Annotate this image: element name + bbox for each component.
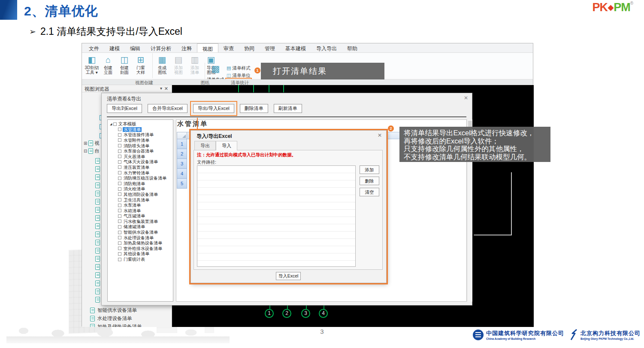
list-action-button[interactable]: 添加 <box>360 165 379 174</box>
list-action-button[interactable]: 清空 <box>360 188 379 196</box>
checkbox[interactable] <box>118 236 121 239</box>
tree-item[interactable]: 水管连接件清单 <box>108 132 173 138</box>
ribbon-tab[interactable]: 协同 <box>239 43 260 52</box>
tree-item[interactable]: 智能供水设备清单 <box>108 229 173 235</box>
checkbox[interactable] <box>118 182 121 185</box>
tree-item[interactable]: 消防增压稳压设备清单 <box>108 175 173 181</box>
ribbon-tab[interactable]: 注释 <box>176 43 197 52</box>
dialog-tab[interactable]: 导入 <box>216 141 237 150</box>
list-action-button[interactable]: 删除 <box>360 177 379 185</box>
row-number-cell[interactable]: 4 <box>177 169 187 179</box>
tree-item[interactable]: 其他消防设备清单 <box>108 192 173 197</box>
tree-item[interactable]: 气体灭火设备清单 <box>108 159 173 165</box>
row-number-cell[interactable]: 3 <box>177 159 187 169</box>
tree-item[interactable]: 消防炮清单 <box>108 181 173 186</box>
expander-icon[interactable]: ◢ <box>110 122 112 126</box>
ribbon-tab[interactable]: 基本建模 <box>280 43 311 52</box>
toolbar-button[interactable]: ◧ 3D剖切 工具 ▾ <box>84 53 100 78</box>
ribbon-tab[interactable]: 建模 <box>104 43 125 52</box>
checkbox[interactable] <box>118 231 121 234</box>
tree-item[interactable]: 其他设备清单 <box>108 251 173 257</box>
tree-item[interactable]: 储液罐清单 <box>108 224 173 230</box>
close-icon[interactable]: ✕ <box>164 86 168 92</box>
checkbox[interactable] <box>118 138 121 142</box>
ribbon-tab[interactable]: 审查 <box>218 43 239 52</box>
close-icon[interactable]: ✕ <box>378 132 382 138</box>
checkbox[interactable] <box>118 133 121 137</box>
expand-icon[interactable]: ⊞ <box>84 141 87 146</box>
file-path-list[interactable] <box>197 165 356 267</box>
toolbar-button[interactable]: ▦ 生成 图纸 <box>152 53 170 78</box>
ribbon-tab[interactable]: 视图 <box>197 43 218 52</box>
tree-item[interactable]: 水泵接合器清单 <box>108 148 173 154</box>
checkbox[interactable] <box>118 144 121 147</box>
dialog-button[interactable]: 导出/导入Excel <box>193 104 234 113</box>
row-number-cell[interactable]: 1 <box>177 139 187 149</box>
tree-item[interactable]: 水处理设备清单 <box>108 235 173 241</box>
tree-item[interactable]: 消防喷头清单 <box>108 143 173 149</box>
view-browser-item[interactable]: 智能供水设备清单 <box>90 306 172 314</box>
checkbox[interactable] <box>118 204 121 207</box>
toolbar-button[interactable]: ◫ 创建 剖面 <box>116 53 133 78</box>
checkbox[interactable] <box>118 252 121 256</box>
dialog-button[interactable]: 刷新清单 <box>274 104 302 113</box>
tree-item[interactable]: 污水收集装置清单 <box>108 219 173 224</box>
dialog-button[interactable]: 导出到Excel <box>107 104 142 113</box>
checkbox[interactable] <box>113 122 117 126</box>
tree-item[interactable]: 加热及储热设备清单 <box>108 240 173 246</box>
import-excel-button[interactable]: 导入Excel <box>276 272 301 280</box>
checkbox[interactable] <box>118 214 121 218</box>
tree-item[interactable]: 灭火器清单 <box>108 154 173 159</box>
dialog-button[interactable]: 删除清单 <box>240 104 268 113</box>
tree-item[interactable]: 水力警铃清单 <box>108 170 173 176</box>
checkbox[interactable] <box>118 165 121 169</box>
checkbox[interactable] <box>118 225 121 229</box>
tree-item[interactable]: 气压罐清单 <box>108 214 173 219</box>
checkbox[interactable] <box>118 187 121 191</box>
tree-item[interactable]: 门窗统计表 <box>108 256 173 262</box>
toolbar-button[interactable]: ⌂ 创建 立面 <box>100 53 116 78</box>
checkbox[interactable] <box>118 128 121 131</box>
toolbar-button[interactable]: ⊞ 门窗 大样 <box>133 53 149 78</box>
toolbar-small-button[interactable]: ▤ 清单样式 <box>227 64 251 72</box>
checkbox[interactable] <box>118 220 121 223</box>
ribbon-tab[interactable]: 计算分析 <box>145 43 176 52</box>
collapse-icon[interactable]: ▾ <box>160 86 162 91</box>
checkbox[interactable] <box>118 171 121 174</box>
tree-item[interactable]: 水管清单 <box>108 127 173 132</box>
select-all-cell[interactable] <box>177 132 187 139</box>
collapse-icon[interactable]: ⊟ <box>84 149 87 153</box>
dialog-tab[interactable]: 导出 <box>194 141 216 150</box>
ribbon-tab[interactable]: 帮助 <box>342 43 363 52</box>
ribbon-tab[interactable]: 编辑 <box>125 43 145 52</box>
checkbox[interactable] <box>118 177 121 180</box>
checkbox[interactable] <box>118 241 121 245</box>
checkbox[interactable] <box>118 209 121 212</box>
view-browser-item[interactable]: 加热及储热设备清单 <box>90 323 172 327</box>
toolbar-small-button[interactable]: ◫ 清单单位 <box>227 72 251 79</box>
checkbox[interactable] <box>118 160 121 164</box>
close-icon[interactable]: ✕ <box>464 95 468 101</box>
ribbon-tab[interactable]: 文件 <box>84 43 104 52</box>
tree-item[interactable]: 消火栓清单 <box>108 186 173 192</box>
tree-item[interactable]: 卫生洁具清单 <box>108 197 173 203</box>
checkbox[interactable] <box>118 258 121 261</box>
row-number-cell[interactable]: 2 <box>177 149 187 159</box>
tree-node-schedules[interactable]: ⊟ 自 <box>84 148 99 154</box>
tree-item[interactable]: 水泵清单 <box>108 202 173 208</box>
checkbox[interactable] <box>118 198 121 201</box>
checkbox[interactable] <box>118 192 121 196</box>
tree-item[interactable]: 水管附件清单 <box>108 137 173 143</box>
toolbar-button[interactable]: ▤ 添加 视图 <box>170 53 187 78</box>
toolbar-button[interactable]: ▥ 添加 清单 <box>187 53 203 78</box>
checkbox[interactable] <box>118 150 121 153</box>
tree-item[interactable]: 水箱清单 <box>108 208 173 214</box>
ribbon-tab[interactable]: 管理 <box>260 43 280 52</box>
dialog-button[interactable]: 合并导出Excel <box>148 104 187 113</box>
tree-item[interactable]: 室外给排水设备清单 <box>108 246 173 251</box>
view-browser-item[interactable]: 水处理设备清单 <box>90 314 172 323</box>
row-number-cell[interactable]: 5 <box>177 179 187 189</box>
checkbox[interactable] <box>118 247 121 250</box>
tree-root-node[interactable]: ◢ 文本模板 <box>108 121 173 127</box>
checkbox[interactable] <box>118 155 121 158</box>
